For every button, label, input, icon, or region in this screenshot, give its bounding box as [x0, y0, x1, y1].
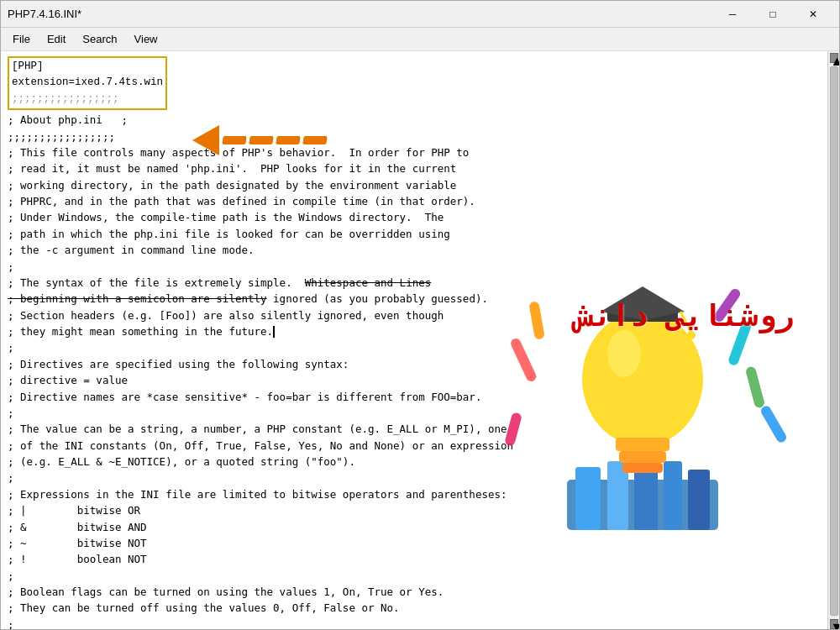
maximize-button[interactable]: □ [753, 1, 792, 28]
titlebar: PHP7.4.16.INI* ─ □ ✕ [1, 1, 839, 28]
text-cursor [273, 326, 275, 338]
scroll-thumb[interactable] [830, 66, 838, 616]
window-title: PHP7.4.16.INI* [8, 8, 81, 20]
menu-file[interactable]: File [4, 29, 39, 49]
editor-area[interactable]: [PHP]extension=ixed.7.4ts.win ;;;;;;;;;;… [1, 51, 827, 630]
menu-search[interactable]: Search [74, 29, 125, 49]
scrollbar[interactable]: ▲ ▼ [827, 51, 839, 630]
editor-content: ; About php.ini ; ;;;;;;;;;;;;;;;;; ; Th… [8, 112, 821, 630]
menu-view[interactable]: View [126, 29, 166, 49]
highlighted-section: [PHP]extension=ixed.7.4ts.win ;;;;;;;;;;… [8, 56, 821, 110]
minimize-button[interactable]: ─ [713, 1, 752, 28]
menu-edit[interactable]: Edit [39, 29, 74, 49]
menubar: File Edit Search View [1, 28, 839, 51]
line-php-header: [PHP]extension=ixed.7.4ts.win ;;;;;;;;;;… [12, 60, 163, 105]
main-area: [PHP]extension=ixed.7.4ts.win ;;;;;;;;;;… [1, 51, 839, 630]
scroll-up-arrow[interactable]: ▲ [830, 53, 838, 63]
close-button[interactable]: ✕ [794, 1, 832, 28]
scroll-down-arrow[interactable]: ▼ [830, 619, 838, 629]
strikethrough-text: Whitespace and Lines ; beginning with a … [8, 276, 431, 305]
window-controls: ─ □ ✕ [713, 1, 832, 28]
highlight-box: [PHP]extension=ixed.7.4ts.win ;;;;;;;;;;… [8, 56, 167, 110]
